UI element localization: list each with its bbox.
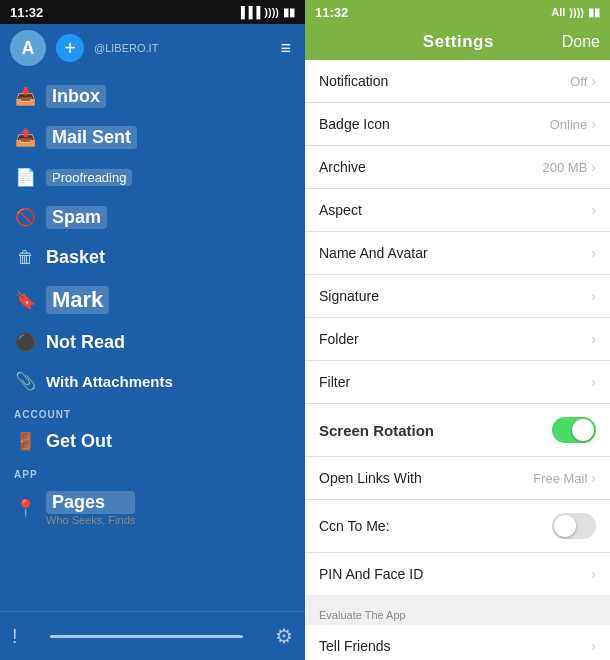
mail-sent-label: Mail Sent [46,126,137,149]
pages-icon: 📍 [14,498,36,519]
badge-icon-value: Online › [550,116,596,132]
sidebar-item-not-read[interactable]: ⚫ Not Read [0,323,305,362]
filter-value: › [591,374,596,390]
right-panel: 11:32 All )))) ▮▮ Settings Done Notifica… [305,0,610,660]
signature-chevron: › [591,288,596,304]
sidebar-item-get-out[interactable]: 🚪 Get Out [0,422,305,461]
sidebar-item-with-attachments[interactable]: 📎 With Attachments [0,362,305,401]
pages-sublabel: Who Seeks, Finds [46,514,135,526]
basket-label: Basket [46,247,105,268]
mark-icon: 🔖 [14,290,36,311]
tell-friends-chevron: › [591,638,596,654]
pin-face-id-chevron: › [591,566,596,582]
aspect-row[interactable]: Aspect › [305,189,610,232]
right-battery-icon: ▮▮ [588,6,600,19]
archive-row[interactable]: Archive 200 MB › [305,146,610,189]
sidebar-item-proofreading[interactable]: 📄 Proofreading [0,158,305,197]
filter-row[interactable]: Filter › [305,361,610,404]
tell-friends-value: › [591,638,596,654]
name-and-avatar-value: › [591,245,596,261]
sidebar-item-mail-sent[interactable]: 📤 Mail Sent [0,117,305,158]
left-time: 11:32 [10,5,43,20]
app-section-label: APP [0,461,305,482]
attachments-icon: 📎 [14,371,36,392]
pages-label: Pages [46,491,135,514]
signal-bars-icon: ▐▐▐ [237,6,260,18]
done-button[interactable]: Done [562,33,600,51]
sidebar-item-basket[interactable]: 🗑 Basket [0,238,305,277]
pin-face-id-label: PIN And Face ID [319,566,423,582]
screen-rotation-label: Screen Rotation [319,422,434,439]
mark-label: Mark [46,286,109,314]
open-links-label: Open Links With [319,470,422,486]
mail-sent-icon: 📤 [14,127,36,148]
aspect-value: › [591,202,596,218]
tell-friends-row[interactable]: Tell Friends › [305,625,610,660]
aspect-label: Aspect [319,202,362,218]
spam-icon: 🚫 [14,207,36,228]
proofreading-icon: 📄 [14,167,36,188]
signature-value: › [591,288,596,304]
exclamation-button[interactable]: ! [0,621,30,652]
ccn-to-me-row[interactable]: Ccn To Me: [305,500,610,553]
signature-label: Signature [319,288,379,304]
settings-group-1: Notification Off › Badge Icon Online › A… [305,60,610,595]
inbox-label: Inbox [46,85,106,108]
pin-face-id-value: › [591,566,596,582]
signature-row[interactable]: Signature › [305,275,610,318]
bottom-bar: ! ⚙ [0,611,305,660]
sidebar-item-pages[interactable]: 📍 Pages Who Seeks, Finds [0,482,305,535]
not-read-icon: ⚫ [14,332,36,353]
ccn-to-me-knob [554,515,576,537]
name-and-avatar-chevron: › [591,245,596,261]
nav-list: 📥 Inbox 📤 Mail Sent 📄 Proofreading 🚫 Spa… [0,72,305,611]
badge-icon-row[interactable]: Badge Icon Online › [305,103,610,146]
badge-icon-chevron: › [591,116,596,132]
sidebar-item-inbox[interactable]: 📥 Inbox [0,76,305,117]
basket-icon: 🗑 [14,248,36,268]
folder-value: › [591,331,596,347]
inbox-icon: 📥 [14,86,36,107]
open-links-chevron: › [591,470,596,486]
evaluate-section-label: Evaluate The App [305,595,610,625]
notification-row[interactable]: Notification Off › [305,60,610,103]
account-section-label: ACCOUNT [0,401,305,422]
battery-icon: ▮▮ [283,6,295,19]
screen-rotation-toggle[interactable] [552,417,596,443]
get-out-label: Get Out [46,431,112,452]
sidebar-item-mark[interactable]: 🔖 Mark [0,277,305,323]
settings-group-2: Tell Friends › Info › [305,625,610,660]
filter-chevron: › [591,374,596,390]
aspect-chevron: › [591,202,596,218]
settings-list: Notification Off › Badge Icon Online › A… [305,60,610,660]
name-and-avatar-label: Name And Avatar [319,245,428,261]
sidebar-item-spam[interactable]: 🚫 Spam [0,197,305,238]
notification-label: Notification [319,73,388,89]
right-status-bar: 11:32 All )))) ▮▮ [305,0,610,24]
pin-face-id-row[interactable]: PIN And Face ID › [305,553,610,595]
get-out-icon: 🚪 [14,431,36,452]
filter-label: Filter [319,374,350,390]
avatar[interactable]: A [10,30,46,66]
right-time: 11:32 [315,5,348,20]
left-status-bar: 11:32 ▐▐▐ )))) ▮▮ [0,0,305,24]
right-status-icons: All )))) ▮▮ [551,6,600,19]
archive-chevron: › [591,159,596,175]
open-links-row[interactable]: Open Links With Free Mail › [305,457,610,500]
notification-chevron: › [591,73,596,89]
with-attachments-label: With Attachments [46,373,173,390]
hamburger-button[interactable]: ≡ [276,34,295,63]
left-status-icons: ▐▐▐ )))) ▮▮ [237,6,295,19]
archive-value: 200 MB › [543,159,596,175]
ccn-to-me-toggle[interactable] [552,513,596,539]
settings-button[interactable]: ⚙ [263,620,305,652]
notification-value: Off › [570,73,596,89]
folder-chevron: › [591,331,596,347]
screen-rotation-row[interactable]: Screen Rotation [305,404,610,457]
add-button[interactable]: + [56,34,84,62]
folder-row[interactable]: Folder › [305,318,610,361]
tell-friends-label: Tell Friends [319,638,391,654]
not-read-label: Not Read [46,332,125,353]
name-and-avatar-row[interactable]: Name And Avatar › [305,232,610,275]
proofreading-label: Proofreading [46,169,132,186]
